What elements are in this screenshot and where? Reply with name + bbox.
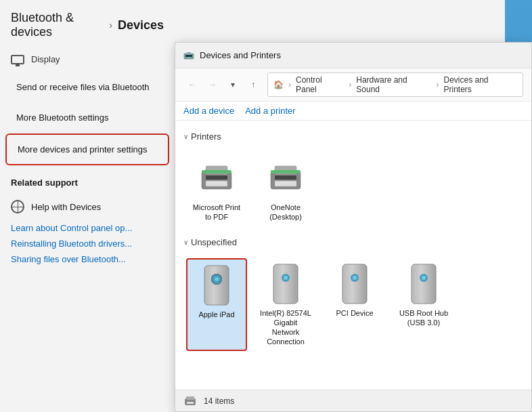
window-toolbar: ← → ▾ ↑ 🏠 › Control Panel › Hardware and…: [175, 68, 531, 102]
pci-icon-container: [333, 262, 376, 306]
unspecified-grid: Apple iPad: [183, 253, 523, 356]
address-bar[interactable]: 🏠 › Control Panel › Hardware and Sound ›…: [267, 73, 523, 97]
page-breadcrumb: Bluetooth & devices › Devices: [0, 11, 175, 47]
learn-link[interactable]: Learn about Control panel op...: [0, 220, 175, 236]
breadcrumb-main: Bluetooth & devices: [11, 11, 104, 39]
back-button[interactable]: ←: [183, 77, 201, 93]
breadcrumb-sub: Devices: [118, 18, 164, 33]
display-label: Display: [31, 54, 60, 64]
printer-pdf-label: Microsoft Print to PDF: [193, 203, 240, 222]
svg-rect-11: [275, 181, 296, 186]
svg-point-3: [188, 57, 190, 58]
intel-device-icon: [268, 263, 303, 305]
svg-point-18: [215, 277, 219, 281]
more-bluetooth-link[interactable]: More Bluetooth settings: [5, 103, 169, 132]
window-title: Devices and Printers: [200, 50, 281, 60]
recent-button[interactable]: ▾: [224, 77, 242, 93]
ipad-icon-container: [195, 264, 238, 307]
intel-icon-container: [264, 262, 307, 306]
globe-icon: [11, 200, 24, 213]
svg-rect-30: [187, 402, 194, 404]
sharing-link[interactable]: Sharing files over Bluetooth...: [0, 251, 175, 267]
add-device-link[interactable]: Add a device: [183, 106, 234, 116]
svg-rect-1: [185, 55, 192, 57]
printers-grid: Microsoft Print to PDF OneNote (Desktop): [183, 147, 523, 232]
settings-panel: Bluetooth & devices › Devices Display Se…: [0, 0, 175, 412]
printers-section-header: ∨ Printers: [183, 131, 523, 142]
send-receive-label: Send or receive files via Bluetooth: [16, 82, 150, 92]
device-item-pci[interactable]: PCI Device: [324, 258, 385, 351]
address-devices: Devices and Printers: [443, 75, 517, 94]
action-bar: Add a device Add a printer: [175, 102, 531, 121]
pci-device-icon: [337, 263, 372, 305]
device-item-ipad[interactable]: Apple iPad: [186, 258, 247, 351]
device-item-usb[interactable]: USB Root Hub (USB 3.0): [393, 258, 454, 351]
printer-item-pdf[interactable]: Microsoft Print to PDF: [186, 152, 247, 226]
svg-rect-29: [186, 396, 194, 400]
pci-label: PCI Device: [336, 308, 373, 318]
svg-point-24: [353, 276, 357, 280]
window-titlebar: Devices and Printers: [175, 43, 531, 68]
status-bar: 14 items: [175, 390, 531, 411]
svg-rect-25: [412, 264, 436, 304]
ipad-label: Apple iPad: [198, 310, 234, 319]
unspecified-section-header: ∨ Unspecified: [183, 237, 523, 247]
display-item: Display: [0, 47, 175, 71]
device-item-intel[interactable]: Intel(R) 82574L Gigabit Network Connecti…: [255, 258, 316, 351]
printer-onenote-icon-container: [264, 157, 307, 200]
svg-rect-7: [202, 170, 231, 173]
printers-section-label: Printers: [191, 131, 221, 142]
forward-button[interactable]: →: [204, 77, 221, 93]
svg-rect-8: [206, 176, 227, 180]
window-app-icon: [183, 50, 194, 61]
printer-item-onenote[interactable]: OneNote (Desktop): [255, 152, 316, 226]
up-button[interactable]: ↑: [244, 77, 262, 93]
unspecified-collapse-icon[interactable]: ∨: [183, 239, 188, 246]
usb-icon-container: [402, 262, 445, 306]
printer-pdf-icon-container: [195, 157, 238, 200]
breadcrumb-arrow: ›: [109, 20, 112, 30]
display-icon: [11, 55, 24, 64]
more-devices-label: More devices and printer settings: [18, 144, 147, 154]
svg-rect-13: [275, 176, 296, 180]
status-printer-icon: [183, 394, 197, 408]
usb-device-icon: [406, 263, 441, 305]
svg-rect-12: [271, 170, 301, 173]
unspecified-section-label: Unspecified: [191, 237, 237, 247]
more-devices-link[interactable]: More devices and printer settings: [5, 133, 169, 165]
related-support-heading: Related support: [0, 167, 175, 193]
printer-onenote-label: OneNote (Desktop): [269, 203, 302, 222]
printers-collapse-icon[interactable]: ∨: [183, 133, 188, 140]
printer-onenote-icon: [265, 161, 306, 196]
send-receive-link[interactable]: Send or receive files via Bluetooth: [5, 73, 169, 102]
svg-rect-6: [206, 181, 227, 186]
more-bluetooth-label: More Bluetooth settings: [16, 112, 109, 123]
printer-pdf-icon: [196, 161, 237, 196]
svg-point-21: [284, 276, 288, 280]
svg-rect-22: [342, 264, 367, 304]
usb-label: USB Root Hub (USB 3.0): [399, 308, 448, 328]
devices-printers-window: Devices and Printers ← → ▾ ↑ 🏠 › Control…: [175, 42, 532, 412]
ipad-device-icon: [199, 264, 234, 306]
svg-rect-19: [273, 264, 298, 304]
address-hardware: Hardware and Sound: [356, 75, 431, 94]
status-count: 14 items: [204, 396, 234, 406]
help-with-devices-item[interactable]: Help with Devices: [0, 193, 175, 220]
add-printer-link[interactable]: Add a printer: [245, 106, 295, 116]
home-icon: 🏠: [273, 80, 284, 89]
address-control-panel: Control Panel: [296, 75, 344, 94]
reinstalling-link[interactable]: Reinstalling Bluetooth drivers...: [0, 236, 175, 251]
intel-label: Intel(R) 82574L Gigabit Network Connecti…: [259, 308, 312, 347]
svg-rect-14: [204, 266, 229, 305]
window-content: ∨ Printers: [175, 121, 531, 390]
help-devices-label: Help with Devices: [31, 202, 101, 212]
svg-rect-2: [187, 52, 191, 54]
svg-point-27: [422, 276, 426, 280]
